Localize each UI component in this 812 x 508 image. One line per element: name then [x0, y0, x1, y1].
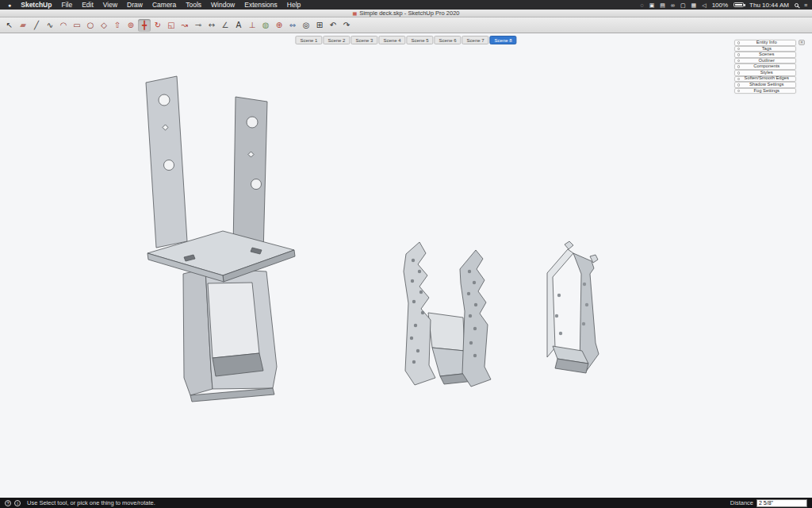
menu-item[interactable]: Tools — [181, 0, 206, 10]
menu-item[interactable]: SketchUp — [16, 0, 56, 10]
menubar-clock[interactable]: Thu 10:44 AM — [749, 2, 789, 9]
offset-tool[interactable]: ⊚ — [124, 19, 137, 32]
tool-icon: ◠ — [60, 21, 67, 29]
arc-tool[interactable]: ◠ — [57, 19, 70, 32]
scale-tool[interactable]: ◱ — [165, 19, 178, 32]
tool-icon: ∿ — [47, 21, 53, 29]
line-tool[interactable]: ╱ — [30, 19, 43, 32]
next-view-tool[interactable]: ↷ — [340, 19, 353, 32]
zoom-extents-tool[interactable]: ⊞ — [313, 19, 326, 32]
menu-item[interactable]: Edit — [77, 0, 98, 10]
scene-tab[interactable]: Scene 7 — [462, 36, 489, 44]
window-title: Simple deck.skp - SketchUp Pro 2020 — [359, 10, 459, 17]
rectangle-tool[interactable]: ▭ — [71, 19, 83, 32]
circle-status-icon[interactable]: ◌ — [641, 2, 644, 8]
menu-item[interactable]: Camera — [147, 0, 181, 10]
menu-item[interactable]: File — [56, 0, 77, 10]
help-icon[interactable]: ? — [5, 500, 11, 506]
rotate-tool[interactable]: ↻ — [151, 19, 164, 32]
spotlight-icon[interactable] — [795, 3, 799, 7]
tray-row-scenes[interactable]: Scenes — [734, 52, 796, 58]
model-post-base-bracket[interactable] — [146, 76, 295, 402]
binoculars-icon[interactable]: ∞ — [671, 2, 675, 8]
app-status-2-icon[interactable]: ▤ — [660, 2, 665, 8]
menu-list: SketchUp File Edit View Draw Camera Tool… — [16, 0, 305, 10]
tool-icon: ↖ — [6, 21, 13, 29]
eraser-tool[interactable]: ▰ — [17, 19, 29, 32]
scene-tab[interactable]: Scene 4 — [378, 36, 405, 44]
tray-close-icon[interactable]: × — [799, 40, 805, 45]
text-tool[interactable]: A — [232, 19, 245, 32]
tray-row-soften-smooth-edges[interactable]: Soften/Smooth Edges — [734, 76, 796, 83]
tray-row-shadow-settings[interactable]: Shadow Settings — [734, 82, 796, 88]
tool-icon: ↝ — [182, 21, 188, 29]
tray-row-fog-settings[interactable]: Fog Settings — [734, 88, 796, 94]
display-icon[interactable]: ▢ — [680, 2, 686, 8]
drawing-canvas[interactable]: Scene 1 Scene 2 Scene 3 Scene 4 Scene 5 … — [0, 33, 812, 498]
tool-icon: ↶ — [330, 21, 336, 29]
tray-row-tags[interactable]: Tags — [734, 46, 796, 52]
info-icon[interactable]: i — [14, 500, 21, 506]
tape-measure-tool[interactable]: ⊸ — [192, 19, 205, 32]
select-tool[interactable]: ↖ — [3, 19, 16, 32]
measurement-input[interactable] — [756, 499, 807, 507]
tool-icon: ⇧ — [114, 21, 121, 29]
tool-icon: ◇ — [101, 21, 107, 29]
tool-icon: ▰ — [20, 21, 26, 29]
tool-icon: ○ — [87, 21, 94, 29]
zoom-tool[interactable]: ◎ — [300, 19, 312, 32]
orbit-tool[interactable]: ⊕ — [273, 19, 285, 32]
scene-tab[interactable]: Scene 3 — [350, 36, 377, 44]
menu-item[interactable]: Extensions — [239, 0, 282, 10]
menu-item[interactable]: Draw — [122, 0, 147, 10]
tool-icon: ⇔ — [289, 21, 296, 29]
volume-icon[interactable]: ◁ — [702, 2, 706, 8]
tool-icon: ◍ — [262, 21, 270, 29]
app-status-1-icon[interactable]: ▣ — [649, 2, 655, 8]
scene-tabs: Scene 1 Scene 2 Scene 3 Scene 4 Scene 5 … — [295, 36, 516, 44]
battery-icon — [733, 2, 744, 7]
pan-tool[interactable]: ⇔ — [286, 19, 299, 32]
tool-icon: A — [236, 21, 242, 29]
keyboard-icon[interactable]: ▦ — [691, 2, 697, 8]
measurement-label: Distance — [730, 499, 753, 506]
push-pull-tool[interactable]: ⇧ — [111, 19, 124, 32]
tray-row-entity-info[interactable]: Entity Info — [734, 40, 796, 46]
tray-row-label: Components — [740, 64, 794, 69]
menubar: ● SketchUp File Edit View Draw Camera To… — [0, 0, 812, 10]
tray-row-label: Soften/Smooth Edges — [740, 76, 794, 81]
move-tool[interactable]: ╋ — [138, 19, 151, 32]
paint-bucket-tool[interactable]: ◍ — [259, 19, 272, 32]
toolbar: ↖ ▰ ╱ ∿ ◠ ▭ — [0, 17, 812, 33]
model-joist-hanger-wide[interactable] — [404, 242, 491, 387]
scene-tab[interactable]: Scene 1 — [295, 36, 322, 44]
protractor-tool[interactable]: ∠ — [219, 19, 232, 32]
tray-row-styles[interactable]: Styles — [734, 70, 796, 76]
tray-row-label: Scenes — [740, 52, 794, 57]
scene-tab[interactable]: Scene 2 — [323, 36, 350, 44]
notification-center-icon[interactable]: ≡ — [804, 2, 807, 8]
freehand-tool[interactable]: ∿ — [44, 19, 56, 32]
scene-tab[interactable]: Scene 6 — [435, 36, 462, 44]
menu-item[interactable]: View — [98, 0, 122, 10]
polygon-tool[interactable]: ◇ — [98, 19, 110, 32]
menubar-status-area: ◌ ▣ ▤ ∞ ▢ ▦ ◁ 100% Thu 10:44 AM ≡ — [641, 2, 807, 9]
dimension-tool[interactable]: ↔ — [205, 19, 218, 32]
model-joist-hanger-narrow[interactable] — [547, 241, 599, 373]
titlebar[interactable]: ▦ Simple deck.skp - SketchUp Pro 2020 — [0, 10, 812, 17]
axes-tool[interactable]: ⊥ — [246, 19, 259, 32]
circle-tool[interactable]: ○ — [84, 19, 97, 32]
tray-row-label: Entity Info — [740, 40, 794, 45]
scene-tab[interactable]: Scene 8 — [490, 36, 517, 44]
menu-item[interactable]: Window — [206, 0, 239, 10]
menu-item[interactable]: Help — [282, 0, 305, 10]
apple-logo-icon[interactable]: ● — [8, 2, 11, 8]
scene-tab[interactable]: Scene 5 — [407, 36, 434, 44]
tray-row-label: Fog Settings — [740, 89, 794, 94]
previous-view-tool[interactable]: ↶ — [327, 19, 339, 32]
tray-row-outliner[interactable]: Outliner — [734, 58, 796, 64]
model-viewport[interactable] — [0, 33, 812, 498]
tray-row-components[interactable]: Components — [734, 64, 796, 70]
follow-me-tool[interactable]: ↝ — [178, 19, 191, 32]
tool-icon: ↻ — [155, 21, 161, 29]
